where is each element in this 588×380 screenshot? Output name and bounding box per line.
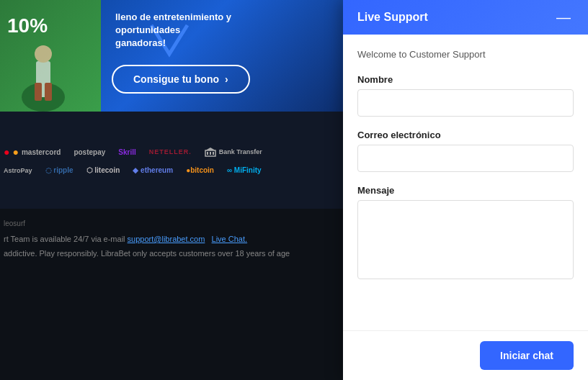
payment-ethereum: ◆ ethereum	[133, 166, 173, 174]
payment-litecoin: ⬡ litecoin	[86, 166, 120, 174]
nombre-group: Nombre	[357, 74, 574, 117]
footer-section: leosurf rt Team is available 24/7 via e-…	[0, 209, 346, 380]
percent-badge: 10%	[7, 14, 48, 37]
welcome-message: Welcome to Customer Support	[357, 49, 574, 60]
live-chat-link[interactable]: Live Chat.	[212, 235, 248, 243]
nombre-label: Nombre	[357, 74, 574, 85]
email-group: Correo electrónico	[357, 130, 574, 172]
svg-rect-9	[213, 152, 214, 155]
payment-bank-transfer: Bank Transfer	[205, 147, 262, 157]
email-input[interactable]	[357, 145, 574, 172]
svg-point-2	[35, 45, 52, 63]
payment-astropay: AstroPay	[4, 167, 32, 174]
payment-bitcoin: ●bitcoin	[186, 166, 214, 174]
support-email-link[interactable]: support@librabet.com	[128, 235, 205, 243]
banner: 10% lleno de entretenimiento y oportunid…	[0, 0, 346, 112]
banner-text: lleno de entretenimiento y oportunidades…	[115, 11, 259, 50]
message-label: Mensaje	[357, 185, 574, 196]
main-background: 10% lleno de entretenimiento y oportunid…	[0, 0, 346, 380]
panel-title: Live Support	[357, 11, 428, 24]
support-info: rt Team is available 24/7 via e-mail sup…	[4, 235, 342, 243]
payment-row-2: AstroPay ◌ ripple ⬡ litecoin ◆ ethereum …	[0, 162, 346, 178]
bono-button[interactable]: Consigue tu bono ›	[112, 65, 250, 94]
payment-ripple: ◌ ripple	[45, 166, 74, 174]
payment-postepay: postepay	[74, 148, 105, 156]
email-label: Correo electrónico	[357, 130, 574, 140]
banner-green-section: 10%	[0, 0, 101, 112]
minimize-button[interactable]: —	[553, 10, 574, 24]
responsible-gambling-text: addictive. Play responsibly. LibraBet on…	[4, 249, 342, 258]
payment-mifinity: ∞ MiFinity	[227, 166, 262, 174]
message-group: Mensaje	[357, 185, 574, 282]
svg-marker-6	[205, 148, 215, 150]
svg-rect-3	[35, 83, 42, 101]
panel-footer: Iniciar chat	[343, 330, 588, 380]
payment-section: ●● mastercord postepay Skrill NETELLER. …	[0, 112, 346, 209]
message-textarea[interactable]	[357, 200, 574, 279]
payment-mastercord: ●● mastercord	[4, 146, 61, 158]
panel-body: Welcome to Customer Support Nombre Corre…	[343, 35, 588, 330]
payment-row-1: ●● mastercord postepay Skrill NETELLER. …	[0, 142, 346, 162]
svg-rect-7	[207, 152, 208, 155]
svg-rect-8	[210, 152, 211, 155]
live-support-panel: Live Support — Welcome to Customer Suppo…	[343, 0, 588, 380]
svg-rect-4	[45, 83, 52, 101]
payment-skrill: Skrill	[118, 148, 135, 156]
panel-header: Live Support —	[343, 0, 588, 35]
nombre-input[interactable]	[357, 89, 574, 117]
payment-neteller: NETELLER.	[149, 148, 192, 155]
leosurf-label: leosurf	[4, 220, 342, 227]
start-chat-button[interactable]: Iniciar chat	[480, 341, 574, 370]
